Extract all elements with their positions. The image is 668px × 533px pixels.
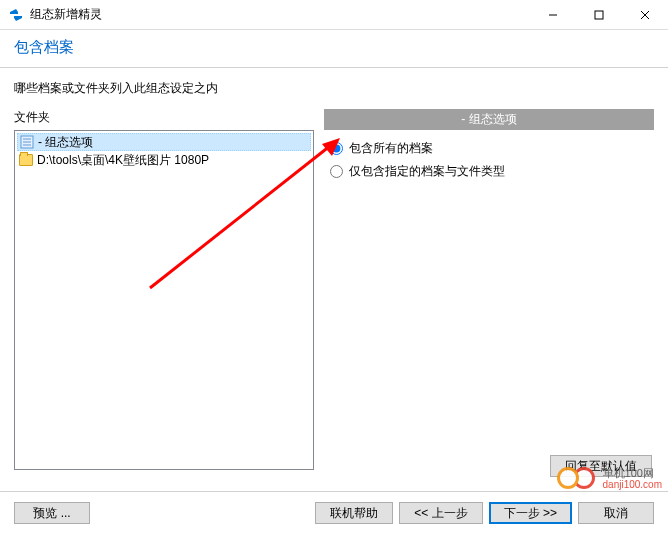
tree-item-label: - 组态选项 [38, 134, 93, 151]
svg-rect-0 [10, 12, 18, 14]
content-area: 哪些档案或文件夹列入此组态设定之内 文件夹 - 组态选项 D:\tools\桌面… [0, 68, 668, 470]
instruction-text: 哪些档案或文件夹列入此组态设定之内 [14, 80, 654, 97]
watermark: 单机100网 danji100.com [557, 465, 662, 493]
page-title: 包含档案 [14, 38, 654, 57]
watermark-text-cn: 单机100网 [603, 467, 662, 479]
watermark-text-url: danji100.com [603, 479, 662, 491]
minimize-button[interactable] [530, 0, 576, 29]
tree-item-label: D:\tools\桌面\4K壁纸图片 1080P [37, 152, 209, 169]
close-button[interactable] [622, 0, 668, 29]
radio-label: 仅包含指定的档案与文件类型 [349, 163, 505, 180]
app-icon [8, 7, 24, 23]
cancel-button[interactable]: 取消 [578, 502, 654, 524]
radio-include-all[interactable] [330, 142, 343, 155]
tree-item-config[interactable]: - 组态选项 [17, 133, 311, 151]
window-title: 组态新增精灵 [30, 6, 530, 23]
watermark-logo [557, 465, 601, 493]
radio-label: 包含所有的档案 [349, 140, 433, 157]
next-button[interactable]: 下一步 >> [489, 502, 572, 524]
config-icon [20, 135, 34, 149]
wizard-footer: 预览 ... 联机帮助 << 上一步 下一步 >> 取消 [0, 491, 668, 533]
help-button[interactable]: 联机帮助 [315, 502, 393, 524]
left-panel: 文件夹 - 组态选项 D:\tools\桌面\4K壁纸图片 1080P [14, 109, 314, 470]
include-options: 包含所有的档案 仅包含指定的档案与文件类型 [324, 130, 654, 196]
wizard-header: 包含档案 [0, 30, 668, 68]
back-button[interactable]: << 上一步 [399, 502, 482, 524]
folder-icon [19, 154, 33, 166]
option-include-specified[interactable]: 仅包含指定的档案与文件类型 [330, 163, 648, 180]
svg-rect-3 [595, 11, 603, 19]
titlebar: 组态新增精灵 [0, 0, 668, 30]
option-include-all[interactable]: 包含所有的档案 [330, 140, 648, 157]
options-header: - 组态选项 [324, 109, 654, 130]
tree-item-folder[interactable]: D:\tools\桌面\4K壁纸图片 1080P [17, 151, 311, 169]
svg-rect-1 [14, 16, 22, 18]
folder-tree[interactable]: - 组态选项 D:\tools\桌面\4K壁纸图片 1080P [14, 130, 314, 470]
window-controls [530, 0, 668, 29]
preview-button[interactable]: 预览 ... [14, 502, 90, 524]
radio-include-specified[interactable] [330, 165, 343, 178]
maximize-button[interactable] [576, 0, 622, 29]
right-panel: - 组态选项 包含所有的档案 仅包含指定的档案与文件类型 [324, 109, 654, 470]
tree-label: 文件夹 [14, 109, 314, 126]
